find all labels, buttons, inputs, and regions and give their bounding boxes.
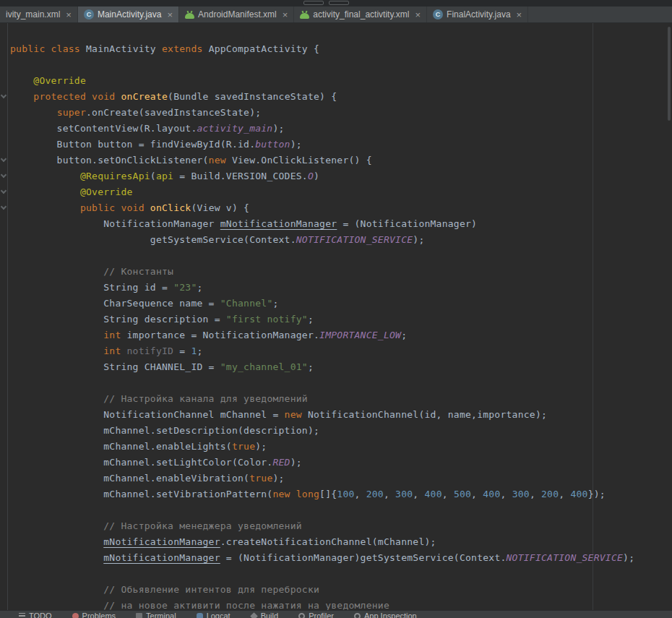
code-token: button.setOnClickListener( (10, 155, 209, 166)
code-token: new (285, 409, 302, 420)
code-line: mChannel.setDescription(description); (10, 423, 634, 439)
code-token: 300 (512, 489, 530, 499)
tab-close-icon[interactable]: × (167, 10, 173, 20)
code-token: CharSequence name = (10, 298, 220, 309)
fold-marker-icon[interactable] (1, 93, 7, 98)
code-token (10, 330, 103, 340)
statusbar-item-terminal[interactable]: Terminal (136, 611, 176, 618)
code-token: api (156, 171, 173, 181)
code-token: , (501, 489, 512, 499)
code-token (290, 489, 296, 499)
code-token: ); (255, 441, 267, 452)
code-token: "23" (173, 282, 197, 293)
code-token (10, 520, 103, 531)
android-icon (185, 13, 194, 19)
code-line: setContentView(R.layout.activity_main); (10, 121, 634, 137)
code-editor[interactable]: public class MainActivity extends AppCom… (10, 41, 634, 610)
code-line: // Настройка менеджера уведомлений (10, 518, 634, 534)
code-token: ) (314, 171, 319, 181)
tab-AndroidManifest.xml[interactable]: AndroidManifest.xml× (179, 7, 294, 22)
code-token: ; (401, 330, 407, 340)
code-token: RED (272, 457, 290, 468)
code-token: "Channel" (220, 298, 273, 309)
logcat-icon (197, 613, 203, 618)
code-line: Button button = findViewById(R.id.button… (10, 137, 634, 153)
tab-MainActivity.java[interactable]: MainActivity.java× (78, 7, 179, 22)
statusbar-item-build[interactable]: Build (251, 611, 278, 618)
code-token: = (NotificationManager) (337, 218, 477, 229)
code-token: = (173, 346, 191, 356)
statusbar-item-logcat[interactable]: Logcat (197, 611, 231, 618)
profiler-icon (298, 613, 305, 618)
code-token: , (355, 489, 366, 499)
code-token: onCreate (121, 91, 168, 102)
tab-close-icon[interactable]: × (283, 10, 288, 20)
statusbar-item-label: Build (261, 611, 278, 618)
java-class-icon (84, 9, 94, 20)
code-token: ; (308, 314, 314, 325)
toolbar-button-cropped[interactable] (329, 1, 349, 5)
statusbar-item-todo[interactable]: TODO (19, 611, 52, 618)
tab-label: ivity_main.xml (6, 9, 60, 20)
editor-area: public class MainActivity extends AppCom… (0, 23, 672, 610)
status-bar: TODOProblemsTerminalLogcatBuildProfilerA… (0, 610, 672, 618)
code-token: void (92, 91, 115, 102)
statusbar-item-profiler[interactable]: Profiler (298, 611, 334, 618)
code-line: String description = "first notify"; (10, 312, 634, 327)
todo-icon (19, 613, 25, 618)
statusbar-item-problems[interactable]: Problems (72, 611, 116, 618)
code-line: String CHANNEL_ID = "my_channel_01"; (10, 359, 634, 375)
fold-marker-icon[interactable] (1, 188, 7, 194)
tab-ivity_main.xml[interactable]: ivity_main.xml× (0, 7, 78, 22)
code-line: String id = "23"; (10, 280, 634, 296)
code-token: View.OnClickListener() { (226, 155, 372, 166)
fold-marker-icon[interactable] (1, 172, 7, 178)
tab-close-icon[interactable]: × (66, 10, 72, 20)
code-token: "first notify" (226, 314, 308, 325)
code-token: // Обьявление интентов для переброски (103, 584, 319, 595)
tab-close-icon[interactable]: × (517, 10, 522, 20)
code-token: onClick (150, 202, 191, 213)
code-token: NOTIFICATION_SERVICE (507, 552, 624, 563)
code-line: public class MainActivity extends AppCom… (10, 41, 634, 57)
code-token: (Bundle savedInstanceState) { (168, 91, 337, 102)
toolbar-button-cropped[interactable] (303, 1, 324, 5)
tab-FinalActivity.java[interactable]: FinalActivity.java× (427, 7, 528, 22)
code-token: "my_channel_01" (220, 361, 308, 372)
code-token (86, 91, 92, 102)
code-token: 500 (454, 489, 471, 499)
code-token: String description = (10, 314, 226, 325)
code-line (10, 566, 634, 582)
code-line: mChannel.enableLights(true); (10, 439, 634, 455)
code-token: ); (623, 552, 634, 563)
code-token (10, 600, 103, 610)
tab-close-icon[interactable]: × (415, 10, 421, 20)
code-token: void (121, 202, 144, 213)
code-token: NotificationManager (10, 218, 220, 229)
code-token (10, 536, 103, 547)
editor-scrollbar[interactable] (668, 27, 671, 121)
code-line: int importance = NotificationManager.IMP… (10, 327, 634, 343)
code-token: ); (272, 473, 284, 484)
tab-bar: ivity_main.xml×MainActivity.java×Android… (0, 7, 672, 23)
code-line (10, 375, 634, 391)
code-line: public void onClick(View v) { (10, 200, 634, 216)
code-line: button.setOnClickListener(new View.OnCli… (10, 153, 634, 168)
code-token (10, 584, 103, 595)
fold-marker-icon[interactable] (1, 156, 7, 162)
code-token: notifyID (127, 346, 174, 356)
code-line: // на новое активити после нажатия на ув… (10, 598, 634, 610)
statusbar-item-label: TODO (29, 611, 52, 618)
fold-marker-icon[interactable] (1, 204, 7, 210)
code-token: mChannel.setDescription(description); (10, 425, 319, 436)
code-token: mChannel.enableLights( (10, 441, 232, 452)
code-token: public (10, 43, 45, 54)
code-line: @Override (10, 184, 634, 200)
code-token: = (NotificationManager)getSystemService(… (220, 552, 507, 563)
code-token: NotificationChannel mChannel = (10, 409, 285, 420)
statusbar-item-label: Profiler (309, 611, 334, 618)
statusbar-item-app-inspection[interactable]: App Inspection (354, 611, 417, 618)
code-token: mChannel.setVibrationPattern( (10, 489, 272, 499)
tab-activity_final_activtity.xml[interactable]: activity_final_activtity.xml× (294, 7, 427, 22)
code-token: ); (272, 123, 284, 134)
